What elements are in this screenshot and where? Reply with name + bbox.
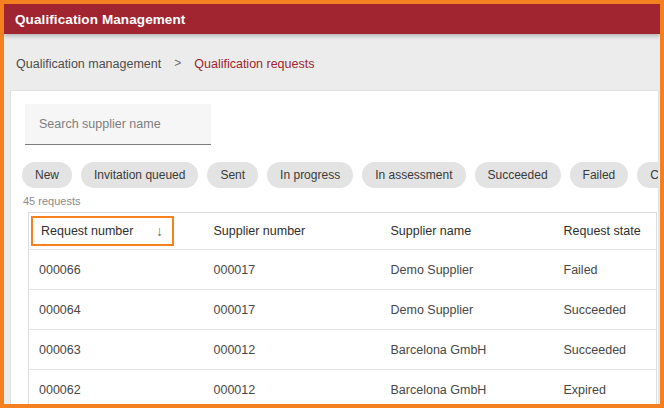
cell-request-number: 000064 bbox=[29, 290, 204, 330]
sort-highlight-box: Request number ↓ bbox=[31, 216, 174, 246]
filter-chip-new[interactable]: New bbox=[22, 162, 72, 188]
search-field bbox=[25, 104, 211, 145]
column-header-label: Request number bbox=[41, 224, 133, 238]
app-window: Qualification Management Qualification m… bbox=[0, 0, 664, 408]
sort-descending-icon: ↓ bbox=[156, 224, 163, 238]
table-row[interactable]: 000066 000017 Demo Supplier Failed bbox=[29, 250, 657, 290]
content-card: New Invitation queued Sent In progress I… bbox=[10, 90, 659, 404]
filter-chip-in-assessment[interactable]: In assessment bbox=[362, 162, 465, 188]
column-header-supplier-name[interactable]: Supplier name bbox=[381, 213, 554, 250]
request-count: 45 requests bbox=[23, 195, 658, 207]
cell-supplier-name: Demo Supplier bbox=[381, 250, 554, 290]
cell-supplier-number: 000012 bbox=[204, 370, 381, 405]
table-row[interactable]: 000063 000012 Barcelona GmbH Succeeded bbox=[29, 330, 657, 370]
filter-chip-in-progress[interactable]: In progress bbox=[267, 162, 353, 188]
table-row[interactable]: 000064 000017 Demo Supplier Succeeded bbox=[29, 290, 657, 330]
cell-request-state: Expired bbox=[554, 370, 657, 405]
title-bar: Qualification Management bbox=[4, 4, 660, 34]
filter-chip-canceled[interactable]: Canceled bbox=[637, 162, 659, 188]
cell-request-state: Succeeded bbox=[554, 330, 657, 370]
filter-chip-invitation-queued[interactable]: Invitation queued bbox=[81, 162, 198, 188]
cell-request-state: Failed bbox=[554, 250, 657, 290]
cell-supplier-number: 000017 bbox=[204, 250, 381, 290]
cell-request-state: Succeeded bbox=[554, 290, 657, 330]
filter-chip-sent[interactable]: Sent bbox=[207, 162, 258, 188]
cell-supplier-name: Demo Supplier bbox=[381, 290, 554, 330]
filter-chip-succeeded[interactable]: Succeeded bbox=[475, 162, 561, 188]
cell-supplier-number: 000012 bbox=[204, 330, 381, 370]
table-header-row: Request number ↓ Supplier number Supplie… bbox=[29, 213, 657, 250]
page-title: Qualification Management bbox=[15, 12, 185, 27]
cell-request-number: 000062 bbox=[29, 370, 204, 405]
column-header-request-number[interactable]: Request number ↓ bbox=[29, 213, 204, 250]
search-input[interactable] bbox=[25, 117, 211, 131]
breadcrumb-item-qualification-management[interactable]: Qualification management bbox=[16, 57, 161, 71]
cell-supplier-name: Barcelona GmbH bbox=[381, 370, 554, 405]
breadcrumb: Qualification management > Qualification… bbox=[4, 34, 660, 71]
breadcrumb-item-qualification-requests[interactable]: Qualification requests bbox=[194, 57, 314, 71]
table-row[interactable]: 000062 000012 Barcelona GmbH Expired bbox=[29, 370, 657, 405]
cell-request-number: 000063 bbox=[29, 330, 204, 370]
cell-request-number: 000066 bbox=[29, 250, 204, 290]
cell-supplier-name: Barcelona GmbH bbox=[381, 330, 554, 370]
filter-chip-row: New Invitation queued Sent In progress I… bbox=[22, 162, 658, 188]
column-header-request-state[interactable]: Request state bbox=[554, 213, 657, 250]
requests-table: Request number ↓ Supplier number Supplie… bbox=[28, 212, 657, 404]
chevron-right-icon: > bbox=[174, 56, 181, 70]
filter-chip-failed[interactable]: Failed bbox=[570, 162, 629, 188]
requests-table-container: Request number ↓ Supplier number Supplie… bbox=[28, 212, 656, 404]
column-header-supplier-number[interactable]: Supplier number bbox=[204, 213, 381, 250]
cell-supplier-number: 000017 bbox=[204, 290, 381, 330]
